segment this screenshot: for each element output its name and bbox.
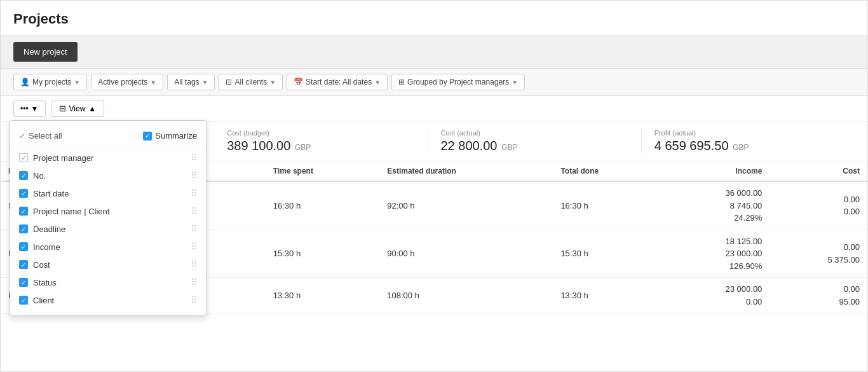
checkbox-pm[interactable] [19,153,28,162]
active-projects-filter[interactable]: Active projects ▼ [91,74,163,90]
summary-cost-actual: Cost (actual) 22 800.00 GBP [428,129,642,153]
checkbox-status[interactable] [19,278,28,287]
calendar-icon: 📅 [294,78,303,86]
dropdown-item-cost[interactable]: Cost ⠿ [10,256,206,273]
summary-profit-label: Profit (actual) [654,129,842,137]
all-tags-filter[interactable]: All tags ▼ [167,74,215,90]
dropdown-item-deadline[interactable]: Deadline ⠿ [10,220,206,238]
chevron-down-icon: ▼ [269,79,276,86]
income: 23 000.000.00 [663,278,770,313]
columns-dropdown: ✓ Select all Summarize Project manager ⠿ [10,120,207,316]
select-all-checkmark: ✓ [19,132,25,141]
filter-bar: 👤 My projects ▼ Active projects ▼ All ta… [1,69,867,96]
chevron-down-icon: ▼ [202,79,208,86]
page-title: Projects [13,11,855,27]
summary-cost-budget-currency: GBP [295,143,311,152]
summary-cost-budget: Cost (budget) 389 100.00 GBP [214,129,428,153]
page-wrapper: Projects New project 👤 My projects ▼ Act… [0,0,868,372]
summary-cost-actual-currency: GBP [501,143,517,152]
total-done: 16:30 h [553,181,662,230]
checkbox-no[interactable] [19,171,28,180]
income: 18 125.0023 000.00126.90% [663,230,770,278]
checkbox-client[interactable] [19,296,28,305]
summary-cost-budget-value: 389 100.00 [227,139,290,153]
col-estimated: Estimated duration [379,162,553,181]
drag-handle[interactable]: ⠿ [191,170,197,181]
new-project-button[interactable]: New project [13,42,78,62]
col-total-done: Total done [553,162,662,181]
dropdown-item-client[interactable]: Client ⠿ [10,291,206,309]
dropdown-item-status[interactable]: Status ⠿ [10,273,206,291]
action-bar: ••• ▼ ⊟ View ▲ ✓ Select all Summarize [1,96,867,121]
dropdown-header: ✓ Select all Summarize [10,127,206,146]
dropdown-item-pm[interactable]: Project manager ⠿ [10,149,206,167]
group-icon: ⊞ [398,78,405,86]
time-spent: 15:30 h [266,230,379,278]
drag-handle[interactable]: ⠿ [191,206,197,216]
summary-cost-actual-value: 22 800.00 [441,139,498,153]
drag-handle[interactable]: ⠿ [191,277,197,287]
estimated-duration: 90:00 h [379,230,553,278]
checkbox-cost[interactable] [19,260,28,269]
drag-handle[interactable]: ⠿ [191,153,197,163]
checkbox-deadline[interactable] [19,224,28,233]
toolbar: New project [1,36,867,69]
checkbox-income[interactable] [19,242,28,251]
estimated-duration: 92:00 h [379,181,553,230]
chevron-up-icon: ▲ [88,104,96,113]
income: 36 000.008 745.0024.29% [663,181,770,230]
time-spent: 16:30 h [266,181,379,230]
drag-handle[interactable]: ⠿ [191,188,197,198]
time-spent: 13:30 h [266,278,379,313]
cost: 0.0095.00 [770,278,867,313]
dropdown-item-project-name[interactable]: Project name | Client ⠿ [10,202,206,220]
clients-icon: ⊡ [226,78,232,86]
total-done: 15:30 h [553,230,662,278]
dropdown-item-no[interactable]: No. ⠿ [10,167,206,184]
page-header: Projects [1,1,867,36]
col-income: Income [663,162,770,181]
chevron-down-icon: ▼ [31,104,39,113]
dropdown-item-income[interactable]: Income ⠿ [10,238,206,256]
drag-handle[interactable]: ⠿ [191,259,197,270]
all-clients-filter[interactable]: ⊡ All clients ▼ [219,74,283,90]
chevron-down-icon: ▼ [150,79,156,86]
grouped-by-filter[interactable]: ⊞ Grouped by Project managers ▼ [391,74,525,90]
summary-cost-actual-label: Cost (actual) [441,129,628,137]
estimated-duration: 108:00 h [379,278,553,313]
select-all-label: ✓ Select all [19,131,62,141]
start-date-filter[interactable]: 📅 Start date: All dates ▼ [287,74,388,90]
summarize-checkbox[interactable] [143,132,152,141]
drag-handle[interactable]: ⠿ [191,242,197,252]
col-cost: Cost [770,162,867,181]
my-projects-filter[interactable]: 👤 My projects ▼ [13,74,87,90]
summary-profit-value: 4 659 695.50 [654,139,729,153]
person-icon: 👤 [20,78,30,86]
checkbox-project-name[interactable] [19,207,28,216]
summarize-label: Summarize [143,131,197,141]
drag-handle[interactable]: ⠿ [191,295,197,305]
view-button[interactable]: ⊟ View ▲ [51,100,105,117]
chevron-down-icon: ▼ [74,79,80,86]
col-time-spent: Time spent [266,162,379,181]
cost: 0.000.00 [770,181,867,230]
chevron-down-icon: ▼ [374,79,381,86]
drag-handle[interactable]: ⠿ [191,224,197,234]
summary-cost-budget-label: Cost (budget) [227,129,414,137]
more-options-button[interactable]: ••• ▼ [13,100,46,117]
total-done: 13:30 h [553,278,662,313]
checkbox-start-date[interactable] [19,189,28,198]
dropdown-item-start-date[interactable]: Start date ⠿ [10,184,206,202]
columns-icon: ⊟ [59,104,66,113]
summary-profit-currency: GBP [733,143,749,152]
chevron-down-icon: ▼ [512,79,518,86]
cost: 0.005 375.00 [770,230,867,278]
summary-profit-actual: Profit (actual) 4 659 695.50 GBP [642,129,855,153]
